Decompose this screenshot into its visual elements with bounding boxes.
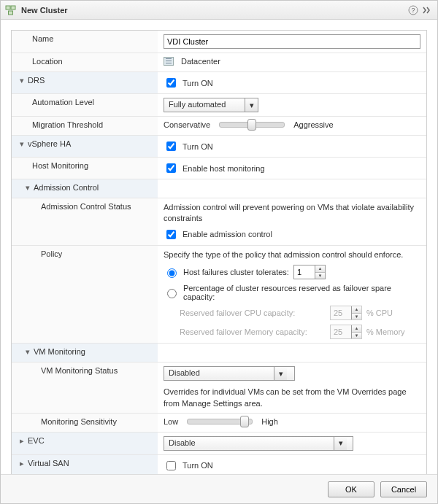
- vm-monitoring-section[interactable]: ▾VM Monitoring: [12, 344, 158, 362]
- svg-text:?: ?: [411, 7, 415, 14]
- admission-control-desc: Admission control will prevent powering …: [164, 202, 420, 225]
- migration-threshold-left: Conservative: [164, 120, 210, 129]
- svg-rect-2: [9, 11, 13, 15]
- location-label: Location: [12, 53, 158, 71]
- chevron-down-icon: ▾: [274, 367, 287, 380]
- virtual-san-section[interactable]: ▸Virtual SAN: [12, 455, 158, 474]
- host-failures-spinner[interactable]: ▲▼: [293, 265, 326, 279]
- vsphere-ha-turn-on-checkbox[interactable]: Turn ON: [164, 139, 213, 153]
- expand-icon[interactable]: [420, 4, 433, 17]
- vm-monitoring-status-select[interactable]: Disabled ▾: [164, 366, 295, 381]
- policy-percentage-radio[interactable]: Percentage of cluster resources reserved…: [164, 284, 420, 301]
- drs-section[interactable]: ▾DRS: [12, 72, 158, 93]
- reserved-cpu-label: Reserved failover CPU capacity:: [180, 309, 326, 317]
- host-monitoring-label: Host Monitoring: [12, 158, 158, 179]
- svg-rect-0: [6, 6, 10, 9]
- slider-thumb[interactable]: [240, 416, 249, 427]
- enable-admission-control-checkbox[interactable]: Enable admission control: [164, 228, 272, 241]
- chevron-down-icon: ▾: [334, 437, 347, 450]
- reserved-memory-spinner: ▲▼: [330, 325, 362, 339]
- evc-section[interactable]: ▸EVC: [12, 433, 158, 454]
- vm-monitoring-desc: Overrides for individual VMs can be set …: [164, 387, 420, 409]
- datacenter-icon: [164, 57, 174, 66]
- policy-host-failures-radio[interactable]: Host failures cluster tolerates:: [164, 266, 289, 278]
- spinner-up-icon: ▲: [315, 265, 325, 273]
- automation-level-label: Automation Level: [12, 94, 158, 116]
- svg-rect-1: [11, 6, 15, 9]
- caret-right-icon: ▸: [18, 436, 26, 446]
- help-icon[interactable]: ?: [407, 4, 420, 17]
- automation-level-select[interactable]: Fully automated ▾: [164, 98, 258, 112]
- vsphere-ha-section[interactable]: ▾vSphere HA: [12, 136, 158, 157]
- monitoring-sensitivity-label: Monitoring Sensitivity: [12, 414, 158, 432]
- reserved-cpu-unit: % CPU: [366, 309, 393, 317]
- titlebar: New Cluster ?: [1, 1, 437, 20]
- vsan-turn-on-checkbox[interactable]: Turn ON: [164, 459, 213, 473]
- slider-thumb[interactable]: [247, 119, 256, 131]
- drs-turn-on-checkbox[interactable]: Turn ON: [164, 76, 213, 90]
- caret-down-icon: ▾: [23, 347, 32, 357]
- caret-down-icon: ▾: [18, 76, 26, 85]
- migration-threshold-label: Migration Threshold: [12, 117, 158, 135]
- spinner-down-icon: ▼: [315, 273, 325, 279]
- settings-panel: Name Location Datacenter ▾DRS Turn ON: [11, 30, 427, 474]
- monitoring-sensitivity-high: High: [261, 417, 278, 426]
- dialog-body: Name Location Datacenter ▾DRS Turn ON: [1, 20, 437, 474]
- name-input[interactable]: [164, 34, 420, 49]
- reserved-memory-label: Reserved failover Memory capacity:: [180, 327, 326, 336]
- policy-label: Policy: [12, 246, 158, 343]
- chevron-down-icon: ▾: [245, 98, 258, 112]
- monitoring-sensitivity-low: Low: [164, 417, 178, 426]
- caret-down-icon: ▾: [18, 139, 26, 149]
- policy-desc: Specify the type of the policy that admi…: [164, 249, 420, 260]
- cluster-icon: [5, 4, 17, 16]
- new-cluster-dialog: New Cluster ? Name Location Datacenter: [0, 0, 438, 504]
- caret-down-icon: ▾: [23, 183, 32, 193]
- evc-select[interactable]: Disable ▾: [164, 436, 353, 451]
- monitoring-sensitivity-slider[interactable]: [187, 419, 253, 424]
- migration-threshold-slider[interactable]: [219, 122, 285, 128]
- ok-button[interactable]: OK: [328, 481, 374, 497]
- vm-monitoring-status-label: VM Monitoring Status: [12, 363, 158, 413]
- reserved-memory-unit: % Memory: [366, 327, 405, 336]
- reserved-cpu-spinner: ▲▼: [330, 306, 362, 320]
- dialog-title: New Cluster: [21, 6, 407, 15]
- location-value: Datacenter: [181, 57, 220, 66]
- dialog-footer: OK Cancel: [1, 474, 437, 503]
- migration-threshold-right: Aggressive: [293, 120, 333, 129]
- admission-control-status-label: Admission Control Status: [12, 198, 158, 245]
- caret-right-icon: ▸: [18, 459, 26, 468]
- admission-control-section[interactable]: ▾Admission Control: [12, 179, 158, 198]
- enable-host-monitoring-checkbox[interactable]: Enable host monitoring: [164, 161, 265, 175]
- name-label: Name: [12, 31, 158, 53]
- cancel-button[interactable]: Cancel: [380, 481, 427, 497]
